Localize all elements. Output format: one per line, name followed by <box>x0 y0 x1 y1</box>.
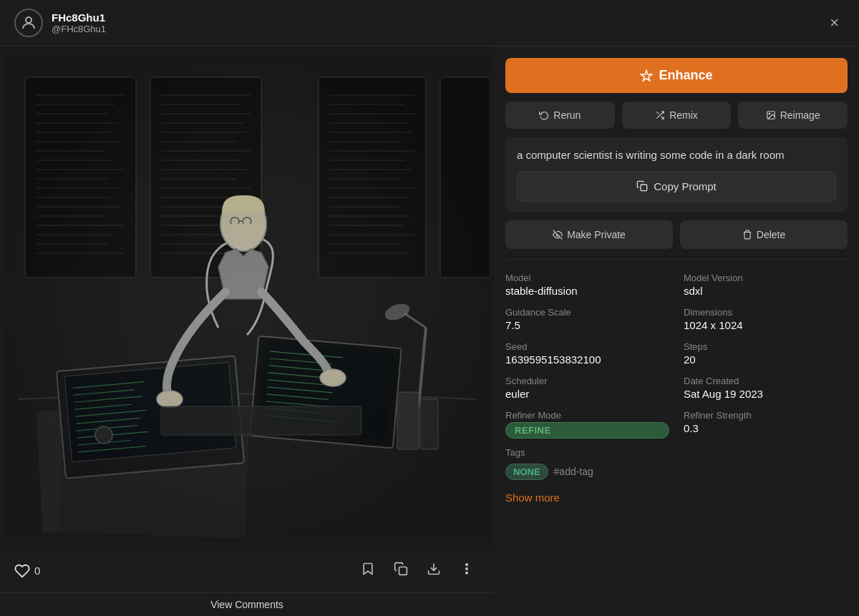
refine-badge: REFINE <box>505 422 669 439</box>
svg-point-104 <box>466 568 468 570</box>
delete-icon <box>742 230 752 240</box>
show-more-button[interactable]: Show more <box>505 489 848 507</box>
add-tag-link[interactable]: #add-tag <box>554 466 593 477</box>
meta-seed: Seed 1639595153832100 <box>505 341 669 366</box>
guidance-scale-value: 7.5 <box>505 319 669 331</box>
rerun-icon <box>539 110 549 120</box>
like-count: 0 <box>34 564 40 577</box>
scheduler-value: euler <box>505 388 669 400</box>
meta-scheduler: Scheduler euler <box>505 376 669 400</box>
copy-button[interactable] <box>388 559 414 582</box>
refiner-strength-value: 0.3 <box>684 422 848 434</box>
model-label: Model <box>505 273 669 283</box>
remix-icon <box>655 110 665 120</box>
scheduler-label: Scheduler <box>505 376 669 386</box>
enhance-button[interactable]: Enhance <box>505 58 848 93</box>
right-panel: Enhance Rerun Remix <box>494 47 859 616</box>
username: FHc8Ghu1 <box>52 11 106 24</box>
model-version-value: sdxl <box>684 285 848 297</box>
bookmark-button[interactable] <box>355 559 381 582</box>
remix-button[interactable]: Remix <box>622 102 732 129</box>
bottom-action-row: Make Private Delete <box>505 220 848 249</box>
meta-date-created: Date Created Sat Aug 19 2023 <box>684 376 848 400</box>
image-panel: 0 <box>0 47 494 616</box>
more-options-button[interactable] <box>454 559 480 582</box>
enhance-icon <box>640 69 653 82</box>
refiner-strength-label: Refiner Strength <box>684 410 848 421</box>
meta-refiner-mode: Refiner Mode REFINE <box>505 410 669 439</box>
meta-steps: Steps 20 <box>684 341 848 366</box>
tags-label: Tags <box>505 447 848 458</box>
delete-button[interactable]: Delete <box>680 220 848 249</box>
svg-point-105 <box>466 572 468 575</box>
meta-dimensions: Dimensions 1024 x 1024 <box>684 307 848 331</box>
rerun-button[interactable]: Rerun <box>505 102 615 129</box>
modal-overlay: FHc8Ghu1 @FHc8Ghu1 × <box>0 0 859 616</box>
svg-point-0 <box>26 17 31 23</box>
tags-section: Tags NONE #add-tag <box>505 447 848 480</box>
svg-rect-108 <box>641 185 647 191</box>
main-content: 0 <box>0 47 859 616</box>
dimensions-label: Dimensions <box>684 307 848 318</box>
model-value: stable-diffusion <box>505 285 669 297</box>
meta-guidance-scale: Guidance Scale 7.5 <box>505 307 669 331</box>
tags-row: NONE #add-tag <box>505 464 848 480</box>
divider <box>505 259 848 260</box>
metadata-grid: Model stable-diffusion Model Version sdx… <box>505 273 848 439</box>
prompt-box: a computer scientist is writing some cod… <box>505 137 848 212</box>
action-row: Rerun Remix Reimage <box>505 102 848 129</box>
meta-refiner-strength: Refiner Strength 0.3 <box>684 410 848 439</box>
guidance-scale-label: Guidance Scale <box>505 307 669 318</box>
svg-rect-100 <box>4 56 490 542</box>
model-version-label: Model Version <box>684 273 848 283</box>
svg-point-103 <box>466 564 468 566</box>
copy-icon <box>636 180 648 192</box>
copy-prompt-button[interactable]: Copy Prompt <box>517 171 836 202</box>
meta-model-version: Model Version sdxl <box>684 273 848 297</box>
user-info: FHc8Ghu1 @FHc8Ghu1 <box>52 11 106 34</box>
like-button[interactable]: 0 <box>14 563 40 579</box>
avatar <box>14 9 43 37</box>
handle: @FHc8Ghu1 <box>52 24 106 34</box>
image-container <box>0 47 494 552</box>
header: FHc8Ghu1 @FHc8Ghu1 × <box>0 0 859 47</box>
generated-image <box>4 56 490 542</box>
date-created-label: Date Created <box>684 376 848 386</box>
make-private-button[interactable]: Make Private <box>505 220 673 249</box>
prompt-text: a computer scientist is writing some cod… <box>517 149 784 161</box>
reimage-button[interactable]: Reimage <box>738 102 848 129</box>
none-tag-badge: NONE <box>505 464 548 480</box>
seed-value: 1639595153832100 <box>505 353 669 366</box>
steps-label: Steps <box>684 341 848 352</box>
download-button[interactable] <box>421 559 447 582</box>
seed-label: Seed <box>505 341 669 352</box>
dimensions-value: 1024 x 1024 <box>684 319 848 331</box>
steps-value: 20 <box>684 353 848 366</box>
meta-model: Model stable-diffusion <box>505 273 669 297</box>
refiner-mode-label: Refiner Mode <box>505 410 669 421</box>
view-comments-button[interactable]: View Comments <box>0 592 494 616</box>
private-icon <box>553 230 563 240</box>
image-footer: 0 <box>0 552 494 592</box>
reimage-icon <box>766 110 776 120</box>
date-created-value: Sat Aug 19 2023 <box>684 388 848 400</box>
close-button[interactable]: × <box>824 12 845 34</box>
svg-point-107 <box>769 113 770 114</box>
svg-rect-101 <box>399 567 407 575</box>
